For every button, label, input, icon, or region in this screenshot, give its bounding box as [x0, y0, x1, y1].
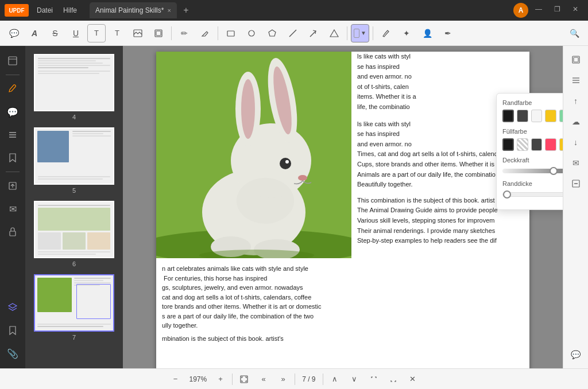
svg-point-26 [280, 158, 291, 169]
border-color-white[interactable] [531, 110, 543, 122]
app-logo: UPDF [5, 4, 29, 17]
border-color-green[interactable] [559, 110, 563, 122]
right-tool-pages[interactable] [567, 50, 585, 69]
zoom-value[interactable]: 197% [187, 375, 209, 383]
layers-btn[interactable] [2, 297, 23, 318]
menu-datei[interactable]: Datei [32, 5, 57, 15]
thickness-track[interactable] [502, 192, 563, 197]
arrow-tool[interactable] [304, 24, 323, 42]
page-image [156, 52, 351, 258]
border-color-label: Randfarbe [502, 99, 563, 106]
fill-color-transparent[interactable] [517, 138, 528, 151]
color-popup: Randfarbe Füllfarbe [496, 93, 563, 210]
toolbar-sep2 [218, 26, 218, 40]
prev-page-btn[interactable]: ∧ [327, 371, 343, 387]
thumb-page-4[interactable]: 4 [25, 50, 123, 124]
left-sep2 [6, 172, 20, 172]
border-color-black[interactable] [502, 110, 514, 122]
fit-page-btn[interactable] [236, 371, 252, 387]
fill-color-black[interactable] [502, 138, 514, 151]
fill-color-dark[interactable] [531, 138, 543, 151]
svg-rect-16 [10, 231, 16, 236]
attachment-btn[interactable]: 📎 [2, 343, 23, 364]
right-tool-mail[interactable]: ✉ [567, 154, 585, 172]
signature-tool[interactable]: ✒ [439, 24, 457, 42]
circle-tool[interactable] [242, 24, 261, 42]
pen-tool[interactable]: ✏ [175, 24, 194, 42]
border-color-yellow[interactable] [545, 110, 556, 122]
shape-tool[interactable] [222, 24, 240, 42]
highlight-tool[interactable]: A [25, 24, 44, 42]
eraser-tool[interactable] [196, 24, 214, 42]
toolbar-sep4 [373, 26, 373, 40]
left-sep1 [6, 75, 20, 75]
thickness-thumb[interactable] [503, 190, 511, 199]
fit-width-btn[interactable] [366, 371, 382, 387]
svg-point-27 [285, 160, 289, 164]
page-bottom-text: n art celebrates animals like cats with … [162, 264, 524, 343]
user-avatar[interactable]: A [513, 3, 528, 18]
svg-point-23 [241, 79, 255, 139]
textbox2-tool[interactable]: T [108, 24, 126, 42]
mail-btn[interactable]: ✉ [2, 199, 23, 219]
list-view-btn[interactable] [2, 125, 23, 145]
stamp-tool[interactable] [149, 24, 168, 42]
close-nav-btn[interactable]: ✕ [405, 371, 421, 387]
svg-rect-34 [574, 57, 578, 62]
right-tool-scan[interactable] [567, 174, 585, 193]
line-tool[interactable] [284, 24, 302, 42]
bookmark-btn[interactable] [2, 147, 23, 168]
comment-btn[interactable]: 💬 [2, 102, 23, 122]
user-tool[interactable]: 👤 [418, 24, 436, 42]
star-tool[interactable]: ✦ [397, 24, 416, 42]
active-tab[interactable]: Animal Painting Skills* × [90, 2, 177, 18]
right-tool-download[interactable]: ↓ [567, 133, 585, 151]
thumb-page-6[interactable]: 6 [25, 197, 123, 271]
close-btn[interactable]: ✕ [567, 3, 583, 15]
maximize-btn[interactable]: ❐ [549, 3, 565, 15]
page-area[interactable]: ls like cats with styl se has inspired a… [123, 46, 563, 368]
fit-height-btn[interactable] [385, 371, 401, 387]
fill-color-pink[interactable] [545, 138, 556, 151]
thumb-label-7: 7 [72, 334, 76, 341]
toolbar-sep3 [347, 26, 347, 40]
border-color-dark[interactable] [517, 110, 528, 122]
thumb-page-7[interactable]: 7 [25, 271, 123, 344]
opacity-thumb[interactable] [550, 167, 558, 175]
triangle-tool[interactable] [325, 24, 343, 42]
polygon-tool[interactable] [263, 24, 281, 42]
bookmark2-btn[interactable] [2, 320, 23, 341]
next-page-btn[interactable]: ∨ [346, 371, 362, 387]
tab-close-btn[interactable]: × [167, 7, 171, 14]
menu-hilfe[interactable]: Hilfe [59, 5, 82, 15]
pen2-tool[interactable] [377, 24, 395, 42]
svg-marker-8 [330, 30, 338, 37]
titlebar: UPDF Datei Hilfe Animal Painting Skills*… [0, 0, 588, 21]
export-btn[interactable] [2, 176, 23, 196]
search-btn[interactable]: 🔍 [565, 24, 583, 42]
pages-view-btn[interactable] [2, 50, 23, 71]
prev-section-btn[interactable]: « [256, 371, 272, 387]
right-tool-export[interactable]: ↑ [567, 92, 585, 110]
strikethrough-tool[interactable]: S [46, 24, 64, 42]
thumb-page-5[interactable]: 5 [25, 124, 123, 197]
next-section-btn[interactable]: » [275, 371, 291, 387]
page-sep: / [308, 375, 312, 383]
svg-point-4 [249, 30, 254, 36]
fill-color-yellow[interactable] [559, 138, 563, 151]
underline-tool[interactable]: U [67, 24, 85, 42]
image-tool[interactable] [129, 24, 147, 42]
right-tool-cloud[interactable]: ☁ [567, 112, 585, 131]
right-tool-list[interactable] [567, 71, 585, 90]
comment-tool[interactable]: 💬 [5, 24, 23, 42]
minimize-btn[interactable]: — [531, 3, 547, 15]
color-picker-btn[interactable]: ▼ [351, 24, 369, 42]
opacity-track[interactable] [502, 169, 563, 173]
zoom-out-btn[interactable]: − [167, 371, 183, 387]
add-tab-btn[interactable]: + [180, 5, 192, 16]
edit-btn[interactable] [2, 79, 23, 99]
lock-btn[interactable] [2, 221, 23, 242]
right-tool-comment[interactable]: 💬 [567, 345, 585, 364]
zoom-in-btn[interactable]: + [212, 371, 229, 387]
textbox-tool[interactable]: T [87, 24, 106, 42]
